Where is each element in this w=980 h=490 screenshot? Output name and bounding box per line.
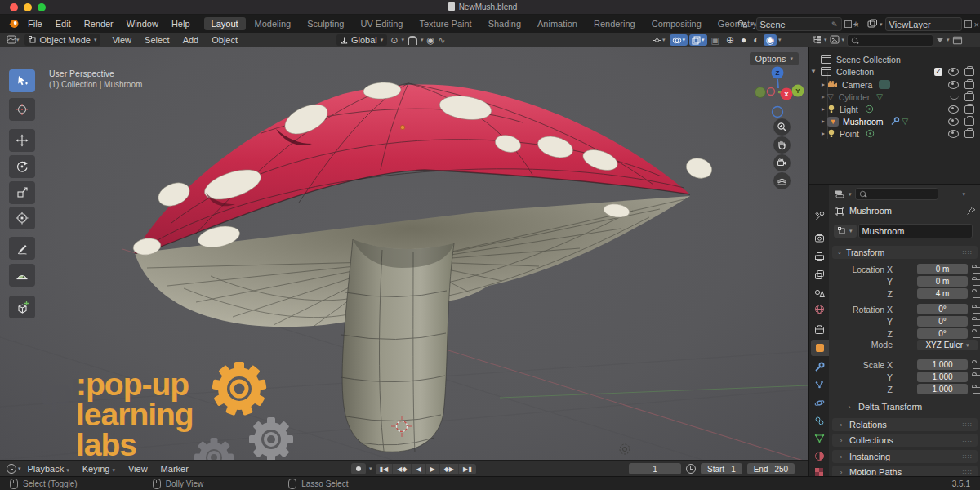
render-visibility-icon[interactable]: [964, 105, 974, 114]
menu-marker[interactable]: Marker: [154, 464, 195, 474]
expand-icon[interactable]: ▸: [819, 118, 827, 125]
outliner-editor-icon[interactable]: [812, 35, 822, 46]
tool-cursor[interactable]: [9, 98, 35, 121]
menu-edit[interactable]: Edit: [49, 19, 78, 29]
chevron-down-icon[interactable]: ▾: [963, 191, 966, 198]
tab-particles-icon[interactable]: [809, 376, 829, 393]
close-icon[interactable]: ×: [854, 20, 859, 29]
menu-help[interactable]: Help: [165, 19, 197, 29]
expand-icon[interactable]: ▸: [819, 130, 827, 137]
jump-to-end-button[interactable]: ▶▮: [459, 464, 476, 474]
eye-closed-icon[interactable]: [950, 94, 959, 100]
show-overlays-toggle[interactable]: ▾: [670, 34, 688, 46]
shading-wireframe-button[interactable]: ⊕: [724, 34, 737, 46]
chevron-down-icon[interactable]: ▾: [751, 21, 754, 28]
tab-render-icon[interactable]: [809, 229, 829, 246]
frame-end-field[interactable]: End250: [747, 463, 795, 474]
object-type-dropdown[interactable]: ▾: [834, 225, 857, 238]
eye-icon[interactable]: [948, 105, 959, 114]
next-keyframe-button[interactable]: ◆▶: [440, 464, 459, 474]
outliner-row-collection[interactable]: ▼ Collection ✓: [809, 65, 980, 78]
shading-dropdown[interactable]: ▾: [778, 37, 782, 43]
eye-icon[interactable]: [948, 68, 959, 76]
relations-panel-header[interactable]: ›Relations∷∷: [832, 418, 978, 431]
lock-icon[interactable]: [973, 332, 980, 338]
tab-world-icon[interactable]: [809, 301, 829, 317]
checkbox-icon[interactable]: ✓: [934, 68, 942, 76]
current-frame-field[interactable]: 1: [629, 463, 681, 474]
tab-scene-icon[interactable]: [809, 284, 829, 301]
lock-icon[interactable]: [973, 375, 980, 381]
workspace-tab-compositing[interactable]: Compositing: [644, 17, 709, 30]
render-passes-icon[interactable]: ▣: [709, 34, 722, 46]
viewlayer-selector[interactable]: ViewLayer: [885, 17, 962, 31]
render-visibility-icon[interactable]: [964, 130, 974, 138]
snap-magnet-icon[interactable]: [408, 36, 417, 45]
instancing-panel-header[interactable]: ›Instancing∷∷: [832, 450, 978, 463]
rotation-mode-dropdown[interactable]: XYZ Euler▾: [917, 340, 978, 350]
menu-select[interactable]: Select: [138, 35, 176, 45]
copy-icon[interactable]: [844, 20, 852, 28]
lock-icon[interactable]: [973, 307, 980, 314]
tab-object-icon[interactable]: [811, 340, 829, 356]
frame-start-field[interactable]: Start1: [701, 463, 742, 474]
shading-material-button[interactable]: ◐: [751, 34, 761, 46]
pan-hand-button[interactable]: [773, 136, 791, 154]
menu-view-timeline[interactable]: View: [122, 464, 154, 474]
mode-dropdown[interactable]: Object Mode▾: [24, 34, 101, 46]
rotation-x-field[interactable]: 0°: [917, 304, 968, 314]
delta-transform-header[interactable]: ›Delta Transform: [845, 402, 922, 412]
orthographic-toggle-button[interactable]: [773, 172, 791, 189]
lock-icon[interactable]: [973, 267, 980, 274]
menu-window[interactable]: Window: [120, 19, 165, 29]
jump-to-start-button[interactable]: ▮◀: [376, 464, 394, 474]
workspace-tab-sculpting[interactable]: Sculpting: [300, 17, 351, 30]
outliner-row-camera[interactable]: ▸ Camera: [809, 78, 980, 91]
play-reverse-button[interactable]: ◀: [412, 464, 425, 474]
expand-icon[interactable]: ▸: [819, 93, 827, 100]
workspace-tab-layout[interactable]: Layout: [204, 17, 246, 30]
eye-icon[interactable]: [948, 81, 959, 89]
outliner-row-cylinder[interactable]: ▸ ▽ Cylinder ▽: [809, 91, 980, 103]
tab-physics-icon[interactable]: [809, 394, 829, 411]
tab-collection-icon[interactable]: [809, 321, 829, 337]
blender-logo-icon[interactable]: [7, 18, 20, 30]
workspace-tab-modeling[interactable]: Modeling: [247, 17, 299, 30]
properties-search-input[interactable]: [855, 188, 938, 200]
render-visibility-icon[interactable]: [964, 68, 974, 76]
object-name-input[interactable]: Mushroom: [858, 224, 973, 238]
close-icon[interactable]: ×: [974, 20, 979, 29]
eye-icon[interactable]: [948, 118, 959, 126]
tool-rotate[interactable]: [9, 155, 35, 178]
menu-file[interactable]: File: [21, 19, 49, 29]
workspace-tab-animation[interactable]: Animation: [530, 17, 585, 30]
menu-add[interactable]: Add: [176, 35, 206, 45]
location-y-field[interactable]: 0 m: [917, 276, 968, 287]
pin-icon[interactable]: [966, 206, 976, 216]
outliner-row-light[interactable]: ▸ Light: [809, 103, 980, 115]
workspace-tab-uv-editing[interactable]: UV Editing: [353, 17, 410, 30]
lock-icon[interactable]: [973, 292, 980, 298]
tool-scale[interactable]: [9, 181, 35, 204]
shading-rendered-button[interactable]: ◉: [764, 34, 777, 46]
proportional-editing-icon[interactable]: ◉: [427, 35, 435, 46]
tool-select-box[interactable]: [9, 69, 35, 92]
rotation-y-field[interactable]: 0°: [917, 316, 968, 327]
tab-viewlayer-icon[interactable]: [809, 266, 829, 283]
tool-annotate[interactable]: [9, 237, 35, 260]
menu-keying[interactable]: Keying ▾: [76, 464, 122, 474]
render-visibility-icon[interactable]: [964, 81, 974, 89]
menu-view[interactable]: View: [105, 35, 138, 45]
eye-icon[interactable]: [948, 130, 959, 138]
tab-modifiers-icon[interactable]: [809, 359, 829, 375]
expand-icon[interactable]: ▸: [819, 105, 827, 113]
outliner-row-scene-collection[interactable]: Scene Collection: [809, 53, 980, 65]
pin-icon[interactable]: ✎: [831, 20, 838, 29]
tab-material-icon[interactable]: [809, 448, 829, 464]
tool-add-cube[interactable]: [9, 296, 35, 318]
tab-output-icon[interactable]: [809, 248, 829, 265]
new-collection-icon[interactable]: [953, 36, 962, 43]
location-z-field[interactable]: 4 m: [917, 288, 968, 299]
render-visibility-icon[interactable]: [964, 93, 974, 101]
outliner-display-mode-icon[interactable]: [830, 35, 840, 46]
